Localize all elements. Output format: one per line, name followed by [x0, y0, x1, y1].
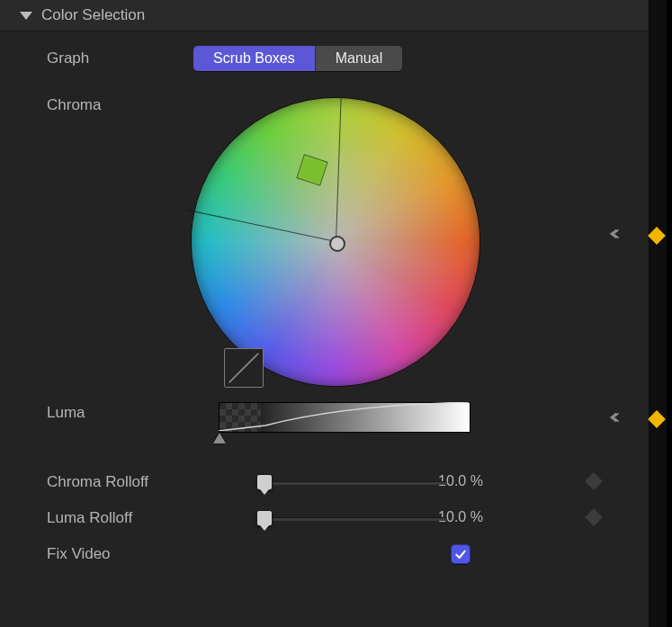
graph-label: Graph: [47, 44, 186, 67]
slider-track: [258, 481, 447, 485]
chroma-label: Chroma: [47, 91, 186, 114]
chroma-reset-button[interactable]: [609, 226, 625, 246]
graph-mode-manual[interactable]: Manual: [315, 46, 402, 71]
luma-label: Luma: [47, 399, 186, 422]
luma-reset-button[interactable]: [609, 409, 625, 429]
disclosure-triangle-icon[interactable]: [20, 12, 32, 20]
luma-rolloff-slider[interactable]: [258, 508, 447, 528]
reset-arrow-icon: [609, 226, 625, 242]
reset-arrow-icon: [609, 409, 625, 425]
luma-range-handle[interactable]: [213, 433, 226, 443]
section-header[interactable]: Color Selection: [0, 0, 648, 31]
luma-rolloff-label: Luma Rolloff: [47, 504, 222, 527]
graph-mode-segmented: Scrub Boxes Manual: [193, 46, 402, 71]
color-selection-panel: Color Selection Graph Scrub Boxes Manual…: [0, 0, 648, 627]
slider-track: [258, 517, 447, 521]
chroma-curve-editor-button[interactable]: [224, 348, 264, 388]
chroma-keyframe-button[interactable]: [648, 227, 666, 245]
graph-mode-scrub-boxes[interactable]: Scrub Boxes: [193, 46, 315, 71]
curve-editor-icon: [227, 351, 261, 385]
chroma-rolloff-keyframe-button[interactable]: [585, 472, 603, 490]
luma-rolloff-keyframe-button[interactable]: [585, 508, 603, 526]
luma-gradient[interactable]: [219, 402, 479, 452]
luma-keyframe-button[interactable]: [648, 410, 666, 428]
chroma-rolloff-value-unit: %: [470, 473, 483, 488]
fix-video-label: Fix Video: [47, 540, 222, 563]
slider-thumb[interactable]: [256, 474, 273, 490]
fix-video-checkbox[interactable]: [451, 544, 470, 564]
slider-thumb[interactable]: [256, 510, 273, 526]
luma-strip[interactable]: [219, 402, 470, 433]
luma-rolloff-value-unit: %: [470, 509, 483, 524]
chroma-wheel-center[interactable]: [329, 236, 345, 252]
chroma-rolloff-label: Chroma Rolloff: [47, 468, 222, 491]
checkmark-icon: [453, 547, 468, 561]
section-title: Color Selection: [41, 6, 145, 24]
chroma-wheel[interactable]: [192, 98, 479, 386]
chroma-rolloff-slider[interactable]: [258, 472, 447, 492]
